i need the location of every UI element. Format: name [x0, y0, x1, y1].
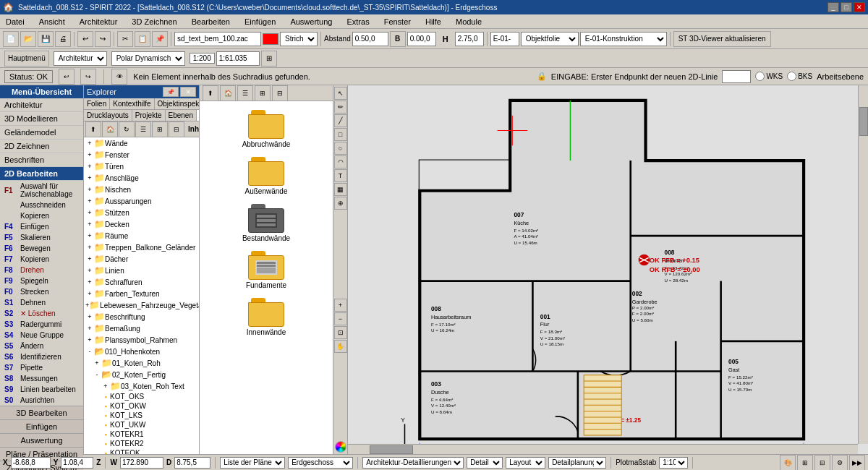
tree-koten-roh-text[interactable]: +📁03_Koten_Roh Text — [84, 380, 199, 392]
tab-projekte[interactable]: Projekte — [132, 110, 166, 121]
redo-btn[interactable]: ↪ — [95, 31, 111, 47]
tree-raeume[interactable]: +📁Räume — [84, 230, 199, 242]
h-value[interactable] — [455, 32, 484, 46]
tree-tueren[interactable]: +📁Türen — [84, 161, 199, 172]
wks-radio[interactable] — [755, 72, 765, 81]
menu-hilfe[interactable]: Hilfe — [422, 16, 444, 27]
tab-explorer[interactable]: Explorer — [197, 110, 199, 121]
tree-kotekr1[interactable]: ▪KOTEKR1 — [84, 430, 199, 439]
close-btn[interactable]: ✕ — [854, 2, 865, 12]
tab-folien[interactable]: Folien — [84, 98, 110, 109]
expand-btn[interactable]: ▶▶ — [849, 455, 865, 471]
fn-ausrichten[interactable]: S0 Ausrichten — [0, 395, 83, 406]
tab-kontexthilfe[interactable]: Kontexthilfe — [110, 98, 154, 109]
tree-fenster[interactable]: +📁Fenster — [84, 149, 199, 161]
tool-snap[interactable]: ⊕ — [334, 197, 347, 210]
d-coord-input[interactable] — [174, 457, 210, 469]
bold-value[interactable] — [407, 32, 436, 46]
architektur-dropdown[interactable]: Architektur — [54, 51, 107, 66]
tree-kotekr2[interactable]: ▪KOTEKR2 — [84, 439, 199, 448]
icon-list-grid-btn[interactable]: ⊞ — [255, 85, 271, 101]
tree-nischen[interactable]: +📁Nischen — [84, 184, 199, 195]
explorer-pin-btn[interactable]: 📌 — [163, 87, 179, 97]
tool-hatch[interactable]: ▦ — [334, 183, 347, 196]
menu-datei[interactable]: Datei — [3, 16, 27, 27]
tool-pen[interactable]: ✏ — [334, 101, 347, 114]
sidebar-2d-bearbeiten[interactable]: 2D Bearbeiten — [0, 167, 83, 181]
w-coord-input[interactable] — [120, 457, 163, 469]
explorer-close-btn[interactable]: ✕ — [180, 87, 196, 97]
bks-radio[interactable] — [787, 72, 796, 81]
fn-messungen[interactable]: S8 Messungen — [0, 373, 83, 384]
tree-koteok[interactable]: ▪KOTEOK — [84, 448, 199, 454]
tree-lebewesen[interactable]: +📁Lebewesen_Fahrzeuge_Vegetation — [84, 299, 199, 311]
fn-skalieren[interactable]: F5 Skalieren — [0, 232, 83, 243]
menu-auswertung[interactable]: Auswertung — [287, 16, 335, 27]
tree-stuetzen[interactable]: +📁Stützen — [84, 207, 199, 218]
icon-list-list-btn[interactable]: ☰ — [237, 85, 253, 101]
open-file-btn[interactable]: 📂 — [20, 31, 36, 47]
fn-auswahl[interactable]: F1 Auswahl für Zwischenablage — [0, 181, 83, 200]
ex-large-btn[interactable]: ⊟ — [169, 121, 184, 137]
ex-list-btn[interactable]: ☰ — [135, 121, 151, 137]
tool-line[interactable]: ╱ — [334, 114, 347, 127]
fn-ausschneiden[interactable]: Ausschneiden — [0, 200, 83, 210]
menu-bearbeiten[interactable]: Bearbeiten — [189, 16, 233, 27]
fn-aendern[interactable]: S5 Ändern — [0, 341, 83, 351]
new-file-btn[interactable]: 📄 — [3, 31, 19, 47]
display-btn2[interactable]: ⊟ — [814, 455, 830, 471]
tree-kot-ukw[interactable]: ▪KOT_UKW — [84, 420, 199, 430]
eye-btn[interactable]: 👁 — [111, 69, 127, 85]
fn-drehen[interactable]: F8 Drehen — [0, 265, 83, 275]
bold-btn[interactable]: B — [390, 31, 406, 47]
tree-schraffuren[interactable]: +📁Schraffuren — [84, 276, 199, 288]
fn-einfuegen[interactable]: F4 Einfügen — [0, 221, 83, 232]
tree-treppen[interactable]: +📁Treppen_Balkone_Geländer — [84, 242, 199, 253]
zoom-value[interactable] — [216, 51, 260, 66]
save-btn[interactable]: 💾 — [38, 31, 54, 47]
x-coord-input[interactable] — [11, 457, 51, 469]
undo-small-btn[interactable]: ↩ — [59, 69, 75, 85]
folder-innenwaende[interactable]: Innenwände — [237, 295, 295, 339]
sidebar-gelaendemodel[interactable]: Geländemodel — [0, 126, 83, 140]
tree-decken[interactable]: +📁Decken — [84, 218, 199, 230]
menu-einfuegen[interactable]: Einfügen — [242, 16, 278, 27]
fn-linien-bearbeiten[interactable]: S9 Linien bearbeiten — [0, 384, 83, 395]
sidebar-auswertung[interactable]: Auswertung — [0, 434, 83, 448]
icon-list-home-btn[interactable]: 🏠 — [220, 85, 236, 101]
paste-btn[interactable]: 📌 — [152, 31, 168, 47]
abstand-value[interactable] — [352, 32, 388, 46]
tree-koten-fertig[interactable]: -📂02_Koten_Fertig — [84, 369, 199, 380]
objektfolie-dropdown[interactable]: Objektfolie — [521, 32, 579, 46]
sidebar-3d-modellieren[interactable]: 3D Modellieren — [0, 112, 83, 126]
tool-zoom-all[interactable]: ⊡ — [334, 326, 347, 339]
layer-name-field[interactable] — [490, 32, 519, 46]
tool-select[interactable]: ↖ — [334, 87, 347, 100]
detail-dropdown[interactable]: Detail — [467, 457, 503, 469]
maximize-btn[interactable]: □ — [841, 2, 852, 12]
tree-kot-oks[interactable]: ▪KOT_OKS — [84, 392, 199, 401]
menu-3dzeichnen[interactable]: 3D Zeichnen — [129, 16, 179, 27]
zoom-fit-btn[interactable]: ⊞ — [261, 51, 277, 67]
ex-refresh-btn[interactable]: ↻ — [119, 121, 135, 137]
folder-abbruchwaende[interactable]: Abbruchwände — [237, 107, 295, 151]
y-coord-input[interactable] — [61, 457, 93, 469]
horizontal-scrollbar[interactable] — [348, 444, 858, 454]
menu-module[interactable]: Module — [453, 16, 485, 27]
cut-btn[interactable]: ✂ — [117, 31, 133, 47]
menu-extras[interactable]: Extras — [344, 16, 372, 27]
menu-architektur[interactable]: Architektur — [77, 16, 121, 27]
display-btn1[interactable]: ⊞ — [797, 455, 813, 471]
fn-spiegeln[interactable]: F9 Spiegeln — [0, 275, 83, 286]
redo-small-btn[interactable]: ↪ — [80, 69, 96, 85]
tree-daecher[interactable]: +📁Dächer — [84, 253, 199, 265]
line-type-dropdown[interactable]: Strich — [280, 32, 318, 46]
undo-btn[interactable]: ↩ — [77, 31, 93, 47]
scale-dropdown[interactable]: 1:10 — [659, 457, 688, 469]
tree-planssymbol[interactable]: +📁Planssymbol_Rahmen — [84, 334, 199, 346]
plan-list-dropdown[interactable]: Liste der Pläne — [220, 457, 285, 469]
tree-waende[interactable]: +📁Wände — [84, 137, 199, 149]
folder-bestandwaende[interactable]: Bestandwände — [237, 201, 295, 245]
tree-farben[interactable]: +📁Farben_Texturen — [84, 288, 199, 299]
fn-loeschen[interactable]: S2 ✕ Löschen — [0, 308, 83, 319]
